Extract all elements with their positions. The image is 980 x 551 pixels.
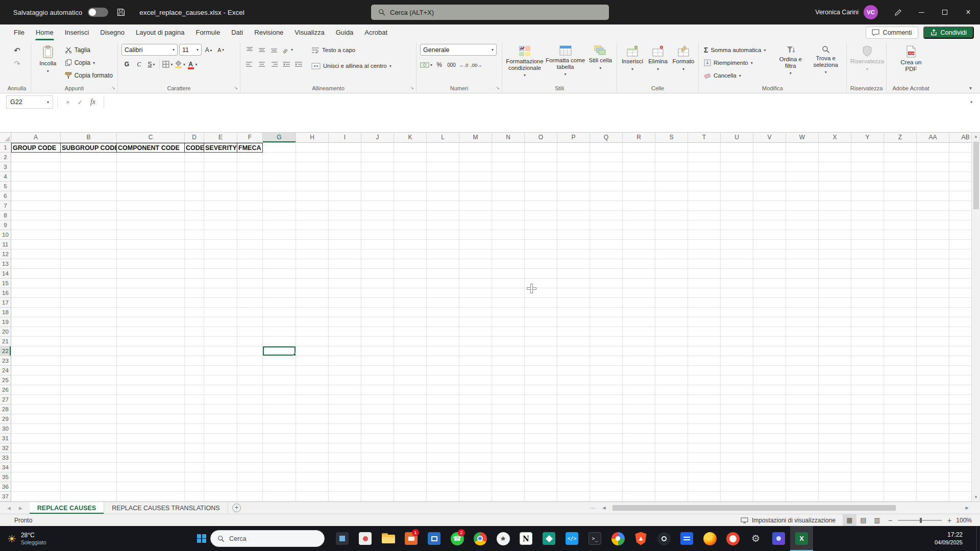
cell-I6[interactable]	[329, 191, 361, 201]
cell-V33[interactable]	[753, 453, 786, 463]
cell-S7[interactable]	[655, 201, 688, 211]
cell-R34[interactable]	[623, 463, 655, 472]
cell-J24[interactable]	[361, 366, 394, 375]
cell-X11[interactable]	[819, 240, 851, 249]
cell-L19[interactable]	[427, 317, 459, 327]
cell-Z7[interactable]	[884, 201, 917, 211]
cell-K6[interactable]	[394, 191, 427, 201]
cell-Y36[interactable]	[851, 482, 884, 492]
expand-formula-bar-button[interactable]: ▾	[963, 99, 980, 105]
cell-U19[interactable]	[721, 317, 753, 327]
appunti-dialog-launcher[interactable]: ↘	[111, 86, 115, 90]
cell-I15[interactable]	[329, 279, 361, 288]
cell-Q8[interactable]	[590, 211, 623, 220]
cell-F30[interactable]	[237, 424, 263, 434]
cell-A15[interactable]	[11, 279, 61, 288]
cell-P8[interactable]	[557, 211, 590, 220]
cell-R9[interactable]	[623, 220, 655, 230]
row-header-22[interactable]: 22	[0, 346, 11, 356]
cell-G20[interactable]	[263, 327, 296, 337]
cell-D32[interactable]	[185, 443, 204, 453]
cell-L11[interactable]	[427, 240, 459, 249]
cell-T22[interactable]	[688, 346, 721, 356]
cell-U16[interactable]	[721, 288, 753, 298]
cell-R35[interactable]	[623, 472, 655, 482]
cell-A7[interactable]	[11, 201, 61, 211]
cell-T8[interactable]	[688, 211, 721, 220]
cell-J1[interactable]	[361, 143, 394, 153]
cell-D15[interactable]	[185, 279, 204, 288]
cell-O30[interactable]	[525, 424, 557, 434]
cell-C11[interactable]	[117, 240, 185, 249]
cell-R3[interactable]	[623, 162, 655, 172]
column-header-X[interactable]: X	[819, 133, 851, 143]
cell-J21[interactable]	[361, 337, 394, 346]
cell-K19[interactable]	[394, 317, 427, 327]
cell-AB19[interactable]	[949, 317, 971, 327]
cell-H7[interactable]	[296, 201, 329, 211]
cell-I16[interactable]	[329, 288, 361, 298]
cell-AB31[interactable]	[949, 434, 971, 443]
cell-J15[interactable]	[361, 279, 394, 288]
cell-AA7[interactable]	[917, 201, 949, 211]
scroll-up-arrow[interactable]: ▲	[974, 133, 978, 141]
cell-V7[interactable]	[753, 201, 786, 211]
cell-P6[interactable]	[557, 191, 590, 201]
cell-C6[interactable]	[117, 191, 185, 201]
cell-J13[interactable]	[361, 259, 394, 269]
column-header-P[interactable]: P	[557, 133, 590, 143]
cell-A25[interactable]	[11, 375, 61, 385]
cell-Z32[interactable]	[884, 443, 917, 453]
cell-Y24[interactable]	[851, 366, 884, 375]
align-bottom-button[interactable]	[268, 44, 279, 55]
column-header-AA[interactable]: AA	[917, 133, 949, 143]
cell-Y10[interactable]	[851, 230, 884, 240]
title-search-box[interactable]: Cerca (ALT+X)	[371, 5, 609, 20]
cell-L1[interactable]	[427, 143, 459, 153]
cell-Y7[interactable]	[851, 201, 884, 211]
cell-D11[interactable]	[185, 240, 204, 249]
cell-J32[interactable]	[361, 443, 394, 453]
cell-Q7[interactable]	[590, 201, 623, 211]
cell-B11[interactable]	[61, 240, 117, 249]
cell-B3[interactable]	[61, 162, 117, 172]
cell-I28[interactable]	[329, 405, 361, 414]
column-header-V[interactable]: V	[753, 133, 786, 143]
cell-Q33[interactable]	[590, 453, 623, 463]
cell-Z22[interactable]	[884, 346, 917, 356]
cell-A35[interactable]	[11, 472, 61, 482]
cell-T32[interactable]	[688, 443, 721, 453]
cell-K20[interactable]	[394, 327, 427, 337]
cell-U33[interactable]	[721, 453, 753, 463]
cell-Y19[interactable]	[851, 317, 884, 327]
cell-AA26[interactable]	[917, 385, 949, 395]
underline-button[interactable]: S▾	[146, 59, 157, 70]
cell-I33[interactable]	[329, 453, 361, 463]
cell-I34[interactable]	[329, 463, 361, 472]
cell-X8[interactable]	[819, 211, 851, 220]
cell-N36[interactable]	[492, 482, 525, 492]
cell-F8[interactable]	[237, 211, 263, 220]
cell-U34[interactable]	[721, 463, 753, 472]
cell-J4[interactable]	[361, 172, 394, 182]
cell-H15[interactable]	[296, 279, 329, 288]
taskbar-vscode-icon[interactable]: </>	[560, 526, 583, 551]
ribbon-tab-revisione[interactable]: Revisione	[249, 24, 289, 40]
cell-Y20[interactable]	[851, 327, 884, 337]
cell-L17[interactable]	[427, 298, 459, 308]
cell-V30[interactable]	[753, 424, 786, 434]
cell-O29[interactable]	[525, 414, 557, 424]
cell-Y5[interactable]	[851, 182, 884, 191]
cell-M2[interactable]	[459, 153, 492, 162]
row-header-3[interactable]: 3	[0, 162, 11, 172]
cell-D10[interactable]	[185, 230, 204, 240]
cell-Z6[interactable]	[884, 191, 917, 201]
cell-T35[interactable]	[688, 472, 721, 482]
cell-V31[interactable]	[753, 434, 786, 443]
cell-P19[interactable]	[557, 317, 590, 327]
allineamento-dialog-launcher[interactable]: ↘	[410, 86, 414, 90]
fill-button[interactable]: Riempimento▾	[702, 57, 773, 69]
cell-Q22[interactable]	[590, 346, 623, 356]
cell-L10[interactable]	[427, 230, 459, 240]
comments-button[interactable]: Commenti	[866, 27, 918, 39]
